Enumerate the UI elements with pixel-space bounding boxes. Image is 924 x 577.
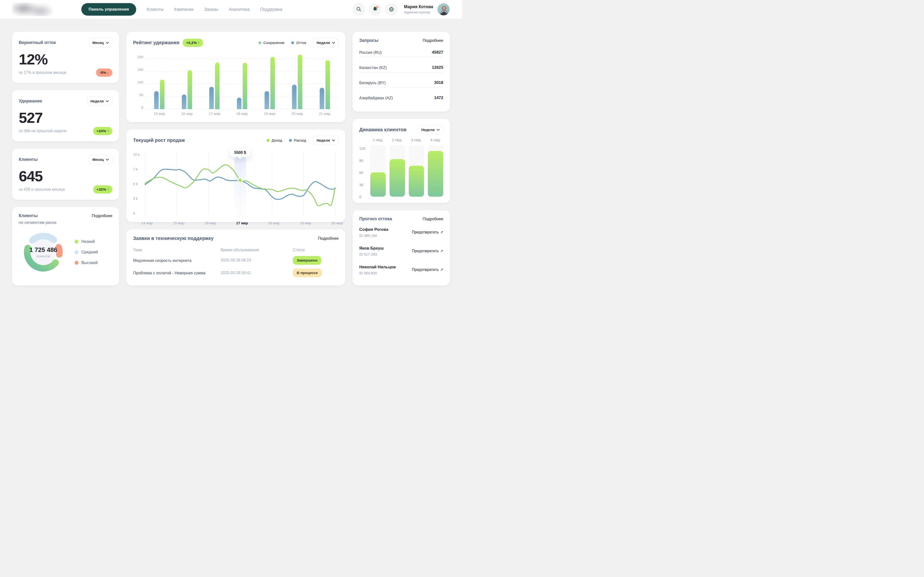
card-title: Удержание [19, 98, 42, 104]
retention-bar[interactable] [325, 60, 330, 109]
prevent-link[interactable]: Предотвратить↗ [412, 230, 443, 234]
request-row: Азербайджан (AZ)1472 [359, 93, 443, 103]
table-row: Медленная скорость интернета2025-03-28 0… [133, 254, 339, 267]
churn-bar[interactable] [265, 91, 269, 109]
retention-bar[interactable] [270, 57, 275, 109]
stat-compare: vs 386 на прошлой неделе [19, 129, 66, 133]
churn-row: Яков БреушID 517.283Предотвратить↗ [359, 246, 443, 256]
x-axis-label: 16 мар [181, 111, 193, 116]
details-link[interactable]: Подробнее [423, 38, 443, 43]
period-dropdown[interactable]: Неделя [87, 97, 112, 106]
card-title: Вероятный отток [19, 40, 56, 45]
y-axis-label: 50 [135, 93, 143, 97]
churn-forecast-card: Прогноз оттока Подробнее София РоговаID … [352, 210, 450, 285]
bar-track [389, 145, 405, 197]
period-dropdown[interactable]: Неделя [313, 135, 339, 145]
prevent-link[interactable]: Предотвратить↗ [412, 249, 443, 253]
card-title: Запросы [359, 38, 378, 43]
dynamics-bar[interactable] [389, 159, 405, 197]
arrow-up-right-icon: ↗ [440, 230, 443, 234]
retention-bar[interactable] [187, 70, 192, 109]
dynamics-bar-chart: 1 нед.2 нед.3 нед.4 нед.0306090120 [359, 138, 443, 197]
churn-bar[interactable] [292, 85, 297, 109]
chart-title: Рейтинг удержания [133, 40, 179, 45]
churn-bar[interactable] [182, 95, 186, 109]
donut-center-value: 1 725 486 [29, 246, 57, 254]
retention-bar[interactable] [243, 63, 247, 109]
ticket-status-cell: Завершено [293, 256, 339, 265]
avatar[interactable] [437, 3, 450, 16]
period-dropdown[interactable]: Неделя [313, 38, 339, 47]
notifications-button[interactable] [369, 3, 381, 16]
request-count: 12625 [432, 65, 443, 70]
retention-bar[interactable] [298, 55, 302, 109]
sales-line-chart: 5500 $ 10 k7 k5 k3 k0 [133, 148, 339, 219]
country-label: Азербайджан (AZ) [359, 96, 393, 100]
period-dropdown[interactable]: Месяц [89, 155, 112, 164]
support-tickets-card: Заявки в техническую поддержку Подробнее… [126, 229, 345, 285]
bar-group [265, 57, 275, 109]
nav-item-clients[interactable]: Клиенты [147, 7, 164, 12]
top-bar: Панель управления Клиенты Кампании Заказ… [0, 0, 462, 19]
chart-badge: +5,2% ↑ [183, 39, 203, 47]
churn-row: Николай НильцовID 354.925Предотвратить↗ [359, 265, 443, 275]
donut-center-label: клиентов [37, 255, 50, 258]
churn-bar[interactable] [154, 91, 159, 109]
retention-bar[interactable] [215, 63, 220, 109]
search-button[interactable] [352, 3, 365, 16]
y-axis-label: 0 [359, 195, 367, 199]
card-title: Прогноз оттока [359, 216, 392, 221]
tab-dashboard[interactable]: Панель управления [81, 3, 136, 16]
nav-item-analytics[interactable]: Аналитика [229, 7, 250, 12]
prevent-link[interactable]: Предотвратить↗ [412, 268, 443, 272]
risk-donut-chart: 1 725 486 клиентов [20, 229, 66, 275]
legend-item-income: Доход [267, 138, 282, 143]
dynamics-bar[interactable] [428, 151, 443, 197]
request-count: 45827 [432, 50, 443, 55]
bar-track [370, 145, 386, 197]
y-axis-label: 120 [359, 146, 367, 150]
y-axis-label: 90 [359, 158, 367, 163]
x-axis-label: 17 мар [208, 111, 220, 116]
ticket-topic: Проблема с оплатой - Неверная сумма [133, 271, 221, 275]
support-table-header: Тема Время обслуживания Статус [133, 246, 339, 254]
ticket-time: 2025-03-28 09:41 [221, 271, 293, 275]
details-link[interactable]: Подробнее [423, 217, 443, 221]
request-count: 3018 [434, 80, 443, 85]
retention-rating-card: Рейтинг удержания +5,2% ↑ Сохранение Отт… [126, 32, 345, 122]
period-dropdown[interactable]: Месяц [89, 38, 112, 47]
churn-bar[interactable] [320, 88, 324, 109]
card-title: Заявки в техническую поддержку [133, 235, 214, 241]
y-axis-label: 0 [133, 211, 135, 215]
y-axis-label: 5 k [133, 182, 137, 186]
legend-dot [74, 261, 78, 265]
settings-button[interactable]: ⚙ [385, 3, 398, 16]
client-info: Николай НильцовID 354.925 [359, 265, 396, 275]
table-row: Проблема с оплатой - Неверная сумма2025-… [133, 267, 339, 279]
dynamics-column: 3 нед. [409, 138, 424, 197]
y-axis-label: 60 [359, 171, 367, 174]
x-axis-label: 16 мар [205, 221, 216, 225]
nav-item-orders[interactable]: Заказы [204, 7, 218, 12]
details-link[interactable]: Подробнее [92, 213, 112, 218]
dynamics-bar[interactable] [370, 172, 386, 197]
churn-bar[interactable] [209, 87, 214, 109]
user-role: Администратор [404, 10, 433, 15]
nav-item-campaigns[interactable]: Кампании [174, 7, 194, 12]
clients-risk-segments-card: Клиенты Подробнее по сегментам риска [12, 207, 119, 285]
nav-item-support[interactable]: Поддержка [260, 7, 282, 12]
details-link[interactable]: Подробнее [318, 236, 339, 241]
y-axis-label: 3 k [133, 197, 137, 200]
churn-bar[interactable] [237, 98, 242, 109]
stat-card-clients: Клиенты Месяц 645 vs 428 в прошлом месяц… [12, 148, 119, 200]
retention-bar-chart: 050100150200 [135, 51, 339, 109]
dynamics-bar[interactable] [409, 166, 424, 197]
y-axis-label: 10 k [133, 153, 140, 156]
left-column: Вероятный отток Месяц 12% vs 17% в прошл… [12, 32, 119, 285]
sales-growth-card: Текущий рост продаж Доход Расход Неделя … [126, 129, 345, 222]
x-axis-label: 17 мар [236, 221, 248, 225]
churn-row: София РоговаID 395.194Предотвратить↗ [359, 227, 443, 237]
period-dropdown[interactable]: Неделя [418, 125, 443, 134]
request-row: Казахстан (KZ)12625 [359, 63, 443, 73]
retention-bar[interactable] [160, 80, 165, 109]
